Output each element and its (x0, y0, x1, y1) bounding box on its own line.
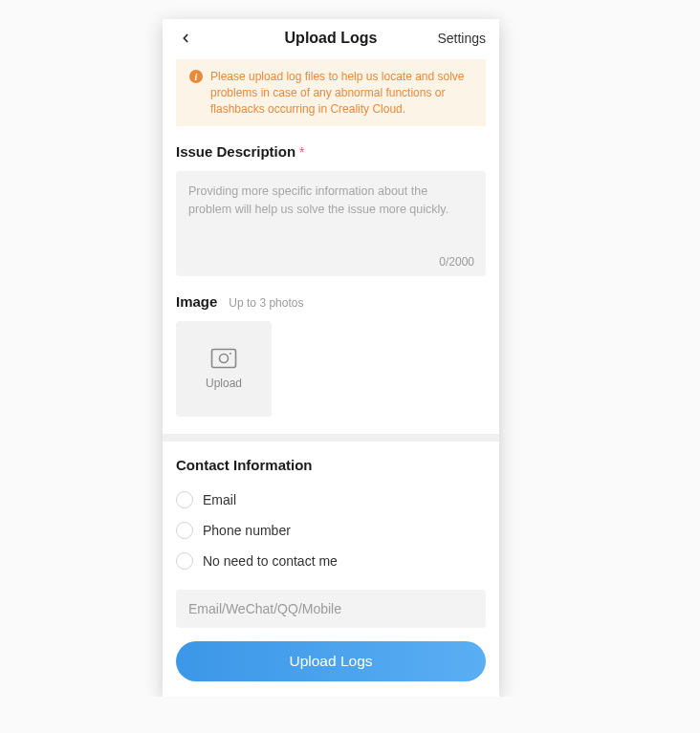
svg-point-1 (220, 355, 229, 363)
section-divider (163, 434, 499, 442)
radio-icon (176, 522, 193, 539)
info-icon: i (189, 70, 203, 83)
contact-input[interactable]: Email/WeChat/QQ/Mobile (176, 590, 486, 628)
settings-link[interactable]: Settings (437, 31, 486, 46)
header: Upload Logs Settings (163, 19, 499, 59)
radio-icon (176, 491, 193, 508)
upload-label: Upload (206, 377, 242, 390)
issue-description-section: Issue Description * Providing more speci… (163, 143, 499, 276)
character-count: 0/2000 (439, 255, 474, 269)
page-title: Upload Logs (285, 30, 378, 47)
chevron-left-icon (179, 32, 192, 45)
upload-logs-button[interactable]: Upload Logs (176, 641, 486, 681)
contact-option-email[interactable]: Email (176, 485, 486, 515)
radio-icon (176, 552, 193, 570)
contact-option-phone[interactable]: Phone number (176, 515, 486, 546)
contact-title: Contact Information (176, 457, 486, 473)
contact-section: Contact Information Email Phone number N… (163, 442, 499, 697)
svg-point-2 (230, 353, 231, 355)
camera-icon (210, 348, 237, 369)
back-button[interactable] (176, 29, 195, 48)
svg-rect-0 (212, 350, 236, 368)
contact-option-none[interactable]: No need to contact me (176, 546, 486, 576)
image-label: Image (176, 293, 217, 310)
radio-label: No need to contact me (203, 553, 338, 569)
radio-label: Email (203, 492, 236, 507)
radio-label: Phone number (203, 523, 291, 538)
upload-logs-screen: Upload Logs Settings i Please upload log… (163, 19, 499, 697)
image-section: Image Up to 3 photos Upload (163, 293, 499, 417)
issue-description-input[interactable]: Providing more specific information abou… (176, 171, 486, 276)
image-sublabel: Up to 3 photos (229, 296, 303, 310)
issue-description-placeholder: Providing more specific information abou… (188, 183, 473, 219)
upload-image-button[interactable]: Upload (176, 321, 272, 417)
info-banner: i Please upload log files to help us loc… (176, 59, 486, 126)
required-indicator: * (299, 144, 304, 160)
info-banner-text: Please upload log files to help us locat… (210, 69, 472, 117)
issue-description-label: Issue Description (176, 143, 295, 160)
